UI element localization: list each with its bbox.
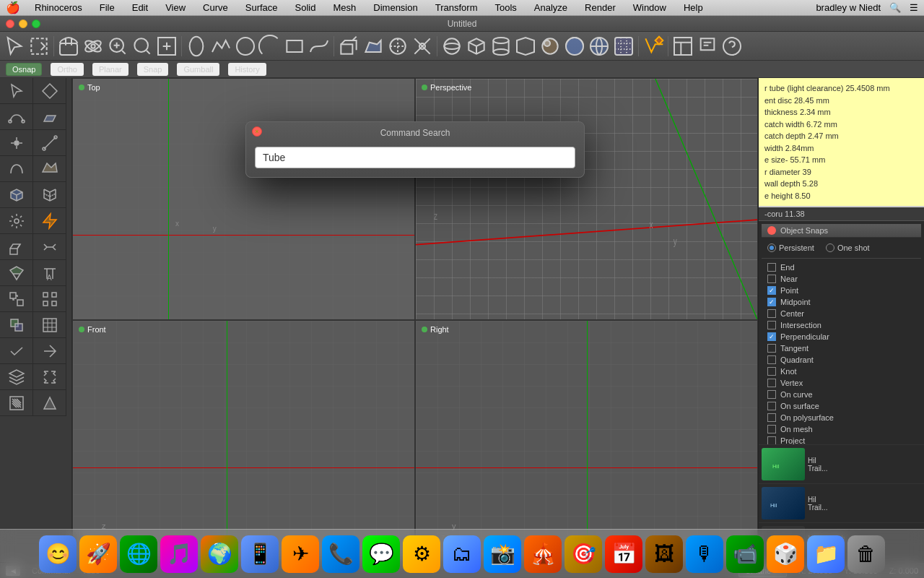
mesh-from-surface-btn[interactable] (33, 312, 66, 338)
zoom-window-tool[interactable] (106, 35, 129, 58)
one-shot-radio[interactable]: One shot (826, 243, 870, 252)
triangle-btn[interactable] (33, 390, 66, 416)
snap-checkbox-intersection[interactable] (767, 321, 776, 329)
extrude-tool[interactable] (337, 35, 360, 58)
snap-checkbox-perpendicular[interactable] (767, 332, 776, 341)
snap-item-point[interactable]: Point (762, 285, 921, 296)
point-tool[interactable] (185, 35, 208, 58)
dock-app10[interactable]: ⚙ (403, 535, 440, 573)
snap-checkbox-tangent[interactable] (767, 344, 776, 353)
snap-item-knot[interactable]: Knot (762, 366, 921, 377)
dock-app19[interactable]: 🎲 (767, 535, 804, 573)
cylinder-tool[interactable] (489, 35, 513, 58)
select-objects-btn[interactable] (0, 78, 33, 104)
snap-item-center[interactable]: Center (762, 308, 921, 319)
dialog-close-button[interactable]: × (252, 126, 262, 137)
snap-item-tangent[interactable]: Tangent (762, 342, 921, 354)
3d-face-btn[interactable] (0, 260, 33, 286)
snap-item-perpendicular[interactable]: Perpendicular (762, 331, 921, 342)
rectangle-tool[interactable] (283, 35, 306, 58)
snap-checkbox-center[interactable] (767, 309, 776, 318)
menu-surface[interactable]: Surface (243, 2, 281, 13)
menu-icon[interactable]: ☰ (910, 2, 918, 13)
snap-item-on-polysurface[interactable]: On polysurface (762, 412, 921, 423)
pan-tool[interactable] (57, 35, 80, 58)
snap-checkbox-knot[interactable] (767, 367, 776, 376)
curve-from-obj-btn[interactable] (0, 104, 33, 130)
dock-iphoto[interactable]: 📸 (484, 535, 521, 573)
snap-checkbox-on-surface[interactable] (767, 402, 776, 410)
mesh-btn[interactable] (33, 182, 66, 208)
snap-checkbox-end[interactable] (767, 263, 776, 272)
dock-launchpad[interactable]: 🚀 (79, 535, 117, 573)
snap-item-near[interactable]: Near (762, 273, 921, 285)
minimize-button[interactable] (19, 20, 27, 28)
snap-checkbox-midpoint[interactable] (767, 298, 776, 306)
spline-tool[interactable] (308, 35, 331, 58)
transform-3d-btn[interactable] (0, 286, 33, 312)
surface-btn[interactable] (33, 156, 66, 182)
surface-from-curve-tool[interactable] (362, 35, 385, 58)
line-btn[interactable] (33, 130, 66, 156)
layout-tool[interactable] (671, 35, 694, 58)
menu-curve[interactable]: Curve (200, 2, 231, 13)
snaps-close-button[interactable] (767, 226, 776, 235)
snap-item-on-mesh[interactable]: On mesh (762, 423, 921, 435)
snap-item-project[interactable]: Project (762, 435, 921, 444)
texture-tool[interactable] (612, 35, 635, 58)
environment-tool[interactable] (588, 35, 611, 58)
snap-checkbox-on-polysurface[interactable] (767, 413, 776, 422)
snap-item-end[interactable]: End (762, 262, 921, 273)
snap-item-vertex[interactable]: Vertex (762, 377, 921, 389)
menu-transform[interactable]: Transform (432, 2, 481, 13)
dock-skype[interactable]: 📞 (322, 535, 359, 573)
dock-app6[interactable]: 📱 (241, 535, 279, 573)
revolve-tool[interactable] (386, 35, 409, 58)
menu-render[interactable]: Render (582, 2, 619, 13)
command-search-input[interactable] (255, 147, 575, 168)
circle-tool[interactable] (234, 35, 257, 58)
snap-item-quadrant[interactable]: Quadrant (762, 354, 921, 366)
planar-button[interactable]: Planar (92, 63, 128, 76)
box-tool[interactable] (465, 35, 488, 58)
menu-help[interactable]: Help (681, 2, 706, 13)
surface-from-curves-btn[interactable] (33, 104, 66, 130)
front-viewport[interactable]: Front x z (72, 320, 415, 562)
help-tool[interactable] (720, 35, 744, 58)
snap-item-intersection[interactable]: Intersection (762, 319, 921, 331)
maximize-button[interactable] (32, 20, 40, 28)
trim-tool[interactable] (411, 35, 434, 58)
dock-itunes[interactable]: 🎵 (160, 535, 198, 573)
menu-dimension[interactable]: Dimension (370, 2, 420, 13)
dock-chrome[interactable]: 🌍 (201, 535, 238, 573)
menu-edit[interactable]: Edit (129, 2, 151, 13)
dock-trash[interactable]: 🗑 (847, 535, 885, 573)
dock-messages[interactable]: 💬 (362, 535, 400, 573)
smartedit-tool[interactable] (642, 35, 665, 58)
osnap-button[interactable]: Osnap (6, 63, 42, 76)
top-viewport[interactable]: Top x y (72, 78, 415, 320)
arrow-btn[interactable] (33, 338, 66, 364)
lightning-btn[interactable] (33, 208, 66, 234)
snap-item-on-surface[interactable]: On surface (762, 400, 921, 412)
menu-window[interactable]: Window (630, 2, 669, 13)
snap-checkbox-project[interactable] (767, 436, 776, 444)
dock-calendar[interactable]: 📅 (605, 535, 642, 573)
array-btn[interactable] (33, 286, 66, 312)
mesh-plane-tool[interactable] (514, 35, 537, 58)
snap-button[interactable]: Snap (137, 63, 169, 76)
dock-app14[interactable]: 🎯 (565, 535, 602, 573)
snap-checkbox-quadrant[interactable] (767, 355, 776, 364)
zoom-selected-tool[interactable] (131, 35, 154, 58)
join-btn[interactable] (33, 234, 66, 260)
close-button[interactable] (6, 20, 14, 28)
orbit-tool[interactable] (82, 35, 105, 58)
ortho-button[interactable]: Ortho (51, 63, 84, 76)
dock-app17[interactable]: 🎙 (686, 535, 723, 573)
curve-btn[interactable] (0, 156, 33, 182)
dock-app7[interactable]: ✈ (282, 535, 319, 573)
menu-file[interactable]: File (97, 2, 118, 13)
search-icon[interactable]: 🔍 (889, 2, 901, 13)
menu-mesh[interactable]: Mesh (331, 2, 359, 13)
perspective-viewport[interactable]: Perspective z x y (415, 78, 758, 320)
